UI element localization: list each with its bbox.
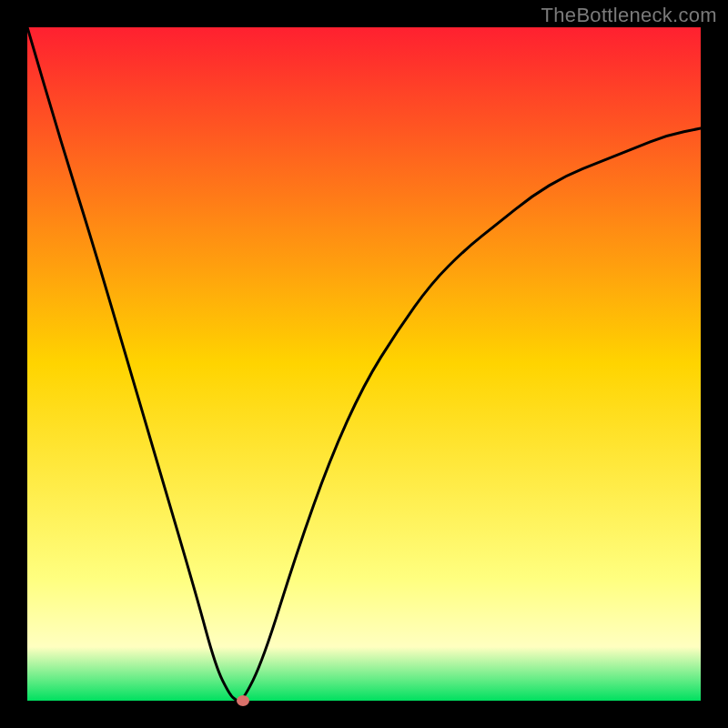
svg-rect-0: [27, 27, 701, 701]
plot-gradient-background: [27, 27, 701, 701]
watermark-text: TheBottleneck.com: [541, 4, 717, 27]
plot-frame: [27, 27, 701, 701]
optimal-point-marker: [237, 695, 249, 706]
